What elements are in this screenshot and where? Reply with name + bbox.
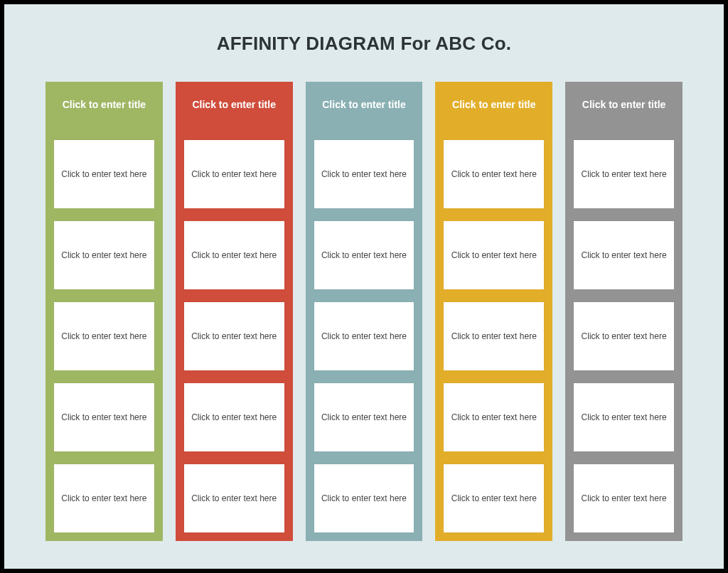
card[interactable]: Click to enter text here	[184, 464, 284, 532]
column-1: Click to enter title Click to enter text…	[176, 82, 293, 541]
card[interactable]: Click to enter text here	[184, 302, 284, 370]
card[interactable]: Click to enter text here	[574, 221, 674, 289]
column-3: Click to enter title Click to enter text…	[435, 82, 552, 541]
card[interactable]: Click to enter text here	[314, 383, 414, 451]
card[interactable]: Click to enter text here	[54, 140, 154, 208]
card[interactable]: Click to enter text here	[444, 140, 544, 208]
column-title[interactable]: Click to enter title	[314, 82, 414, 140]
card[interactable]: Click to enter text here	[54, 221, 154, 289]
card[interactable]: Click to enter text here	[54, 383, 154, 451]
card[interactable]: Click to enter text here	[184, 140, 284, 208]
card[interactable]: Click to enter text here	[574, 302, 674, 370]
card[interactable]: Click to enter text here	[574, 140, 674, 208]
card[interactable]: Click to enter text here	[314, 302, 414, 370]
column-title[interactable]: Click to enter title	[444, 82, 544, 140]
card[interactable]: Click to enter text here	[184, 383, 284, 451]
column-0: Click to enter title Click to enter text…	[46, 82, 163, 541]
card[interactable]: Click to enter text here	[574, 464, 674, 532]
card[interactable]: Click to enter text here	[574, 383, 674, 451]
card[interactable]: Click to enter text here	[444, 302, 544, 370]
card[interactable]: Click to enter text here	[444, 221, 544, 289]
card[interactable]: Click to enter text here	[444, 383, 544, 451]
diagram-frame: AFFINITY DIAGRAM For ABC Co. Click to en…	[0, 0, 728, 573]
card[interactable]: Click to enter text here	[314, 140, 414, 208]
columns-container: Click to enter title Click to enter text…	[46, 82, 682, 541]
diagram-title[interactable]: AFFINITY DIAGRAM For ABC Co.	[46, 33, 682, 55]
card[interactable]: Click to enter text here	[184, 221, 284, 289]
card[interactable]: Click to enter text here	[444, 464, 544, 532]
card[interactable]: Click to enter text here	[314, 221, 414, 289]
card[interactable]: Click to enter text here	[54, 302, 154, 370]
column-2: Click to enter title Click to enter text…	[306, 82, 423, 541]
column-title[interactable]: Click to enter title	[184, 82, 284, 140]
card[interactable]: Click to enter text here	[314, 464, 414, 532]
column-title[interactable]: Click to enter title	[574, 82, 674, 140]
card[interactable]: Click to enter text here	[54, 464, 154, 532]
column-4: Click to enter title Click to enter text…	[565, 82, 682, 541]
column-title[interactable]: Click to enter title	[54, 82, 154, 140]
